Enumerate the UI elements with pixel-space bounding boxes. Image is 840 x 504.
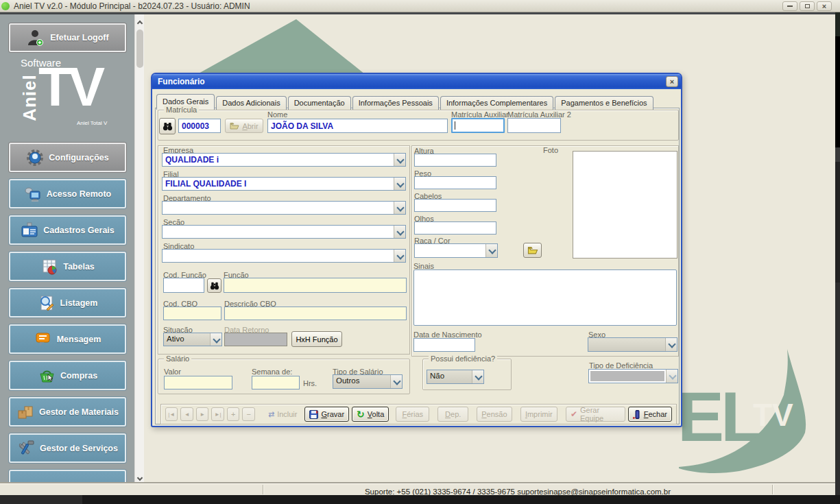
matricula-input[interactable]: 000003: [178, 119, 221, 133]
scroll-down-icon[interactable]: [137, 475, 143, 481]
possui-deficiencia-select[interactable]: Não: [427, 370, 484, 384]
chevron-down-icon[interactable]: [390, 375, 402, 388]
scroll-up-icon[interactable]: [137, 21, 143, 26]
minimize-icon: [787, 5, 793, 7]
chevron-down-icon[interactable]: [394, 202, 405, 214]
incluir-button[interactable]: ⇄ Incluir: [263, 407, 302, 422]
departamento-select[interactable]: [162, 201, 406, 215]
funcionario-dialog: Funcionário × Dados GeraisDados Adiciona…: [151, 73, 682, 427]
dialog-tabs: Dados GeraisDados AdicionaisDocumentação…: [156, 94, 655, 110]
sidebar-item-label: Configurações: [49, 153, 109, 163]
funcao-search-button[interactable]: [207, 278, 221, 293]
chevron-down-icon[interactable]: [394, 226, 405, 238]
nome-input[interactable]: JOÃO DA SILVA: [267, 119, 448, 133]
nav-next-button[interactable]: ►: [196, 407, 208, 421]
sidebar-item-tabelas[interactable]: Tabelas: [9, 252, 126, 281]
chevron-down-icon[interactable]: [394, 250, 405, 262]
boxes-icon: [16, 403, 34, 421]
tab-informacoes-complementares[interactable]: Informações Complementares: [440, 96, 553, 110]
matricula-auxiliar-input[interactable]: [451, 118, 505, 133]
dep-button[interactable]: Dep.: [437, 407, 468, 422]
save-icon: [309, 410, 318, 419]
imprimir-button[interactable]: Imprimir: [520, 407, 557, 422]
close-button[interactable]: ×: [817, 1, 832, 11]
data-retorno-input: [224, 333, 287, 346]
sexo-select[interactable]: [588, 337, 677, 352]
chevron-down-icon[interactable]: [665, 338, 677, 351]
empresa-select[interactable]: QUALIDADE i: [162, 153, 406, 167]
tab-pagamentos-e-beneficios[interactable]: Pagamentos e Benefícios: [555, 96, 653, 110]
dialog-titlebar[interactable]: Funcionário: [152, 74, 681, 89]
sidebar-scrollbar[interactable]: [134, 14, 144, 485]
restore-button[interactable]: [800, 1, 815, 11]
tab-documentacao[interactable]: Documentação: [288, 96, 351, 110]
valor-input[interactable]: [164, 376, 232, 389]
nav-prev-button[interactable]: ◄: [180, 407, 193, 421]
nav-first-button[interactable]: |◄: [165, 407, 178, 421]
ferias-button[interactable]: Férias: [396, 407, 429, 422]
abrir-button[interactable]: Abrir: [225, 119, 263, 133]
chevron-down-icon[interactable]: [394, 178, 405, 190]
sindicato-value: [163, 250, 394, 262]
empresa-value: QUALIDADE i: [163, 154, 394, 166]
foto-open-button[interactable]: [523, 243, 542, 258]
nav-last-button[interactable]: ►|: [211, 407, 224, 421]
shopping-basket-icon: [38, 367, 56, 385]
semana-de-input[interactable]: [252, 376, 300, 389]
descricao-cbo-input[interactable]: [224, 307, 407, 320]
minimize-button[interactable]: [782, 1, 797, 11]
secao-select[interactable]: [162, 225, 406, 239]
sidebar-item-label: Gestor de Materiais: [39, 407, 119, 417]
peso-input[interactable]: [414, 176, 496, 189]
sinais-textarea[interactable]: [413, 269, 677, 326]
tab-dados-adicionais[interactable]: Dados Adicionais: [216, 96, 286, 110]
sidebar-item-gestor-de-materiais[interactable]: Gestor de Materiais: [9, 397, 126, 427]
pensao-button[interactable]: Pensão: [477, 407, 512, 422]
nav-remove-button[interactable]: −: [242, 407, 254, 421]
chevron-down-icon[interactable]: [394, 154, 405, 166]
sidebar-item-mensagem[interactable]: Mensagem: [9, 324, 126, 354]
cabelos-input[interactable]: [414, 199, 496, 212]
data-nascimento-input[interactable]: [413, 338, 475, 352]
sidebar-item-cadastros-gerais[interactable]: Cadastros Gerais: [9, 215, 126, 245]
matricula-search-button[interactable]: [159, 118, 176, 134]
restore-icon: [805, 4, 810, 8]
gravar-button[interactable]: Gravar: [304, 407, 349, 422]
chevron-down-icon[interactable]: [485, 244, 497, 257]
filial-select[interactable]: FILIAL QUALIDADE I: [162, 177, 406, 191]
funcao-input[interactable]: [224, 278, 407, 293]
departamento-value: [163, 202, 394, 214]
raca-cor-value: [415, 244, 485, 257]
window-titlebar[interactable]: Aniel TV v2.0 - Módulo Principal - b2024…: [0, 0, 840, 12]
tipo-de-salario-select[interactable]: Outros: [333, 374, 403, 389]
nav-add-button[interactable]: +: [227, 407, 239, 421]
logoff-button[interactable]: Efetuar Logoff: [9, 23, 126, 52]
chevron-down-icon[interactable]: [210, 333, 221, 346]
sidebar-item-configuracoes[interactable]: Configurações: [9, 143, 126, 172]
olhos-input[interactable]: [414, 221, 496, 235]
hxh-funcao-button[interactable]: HxH Função: [291, 331, 342, 347]
volta-label: Volta: [368, 410, 384, 418]
volta-button[interactable]: ↻ Volta: [352, 407, 389, 422]
tab-informacoes-pessoais[interactable]: Informações Pessoais: [352, 96, 439, 110]
search-list-icon: [38, 294, 56, 312]
cod-funcao-input[interactable]: [163, 278, 204, 293]
sidebar-item-compras[interactable]: Compras: [9, 361, 126, 390]
matricula-auxiliar2-input[interactable]: [507, 118, 561, 133]
id-card-icon: [21, 221, 38, 239]
window-title: Aniel TV v2.0 - Módulo Principal - b2024…: [14, 1, 250, 11]
situacao-select[interactable]: Ativo: [163, 333, 222, 346]
dialog-close-button[interactable]: ×: [666, 76, 678, 87]
scrollbar-thumb[interactable]: [136, 29, 143, 68]
sidebar-item-listagem[interactable]: Listagem: [9, 288, 126, 317]
sindicato-select[interactable]: [162, 249, 406, 263]
altura-input[interactable]: [414, 154, 496, 167]
chevron-down-icon[interactable]: [472, 370, 483, 383]
cod-cbo-input[interactable]: [163, 307, 221, 320]
sidebar-item-acesso-remoto[interactable]: Acesso Remoto: [9, 179, 126, 208]
sidebar-item-gestor-de-servicos[interactable]: Gestor de Serviços: [9, 433, 126, 463]
gerar-equipe-button[interactable]: ✔ Gerar Equipe: [566, 407, 625, 422]
sidebar-item-label: Compras: [60, 371, 97, 381]
raca-cor-select[interactable]: [414, 243, 498, 258]
fechar-button[interactable]: Fechar: [628, 407, 672, 422]
